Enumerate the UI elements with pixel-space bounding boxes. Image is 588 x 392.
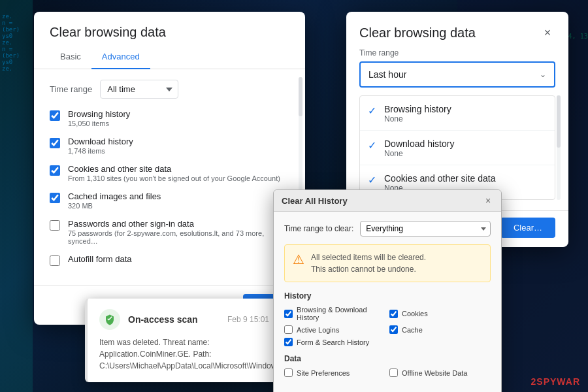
time-range-label: Time range <box>50 84 92 94</box>
ff-time-label: Time range to clear: <box>284 224 353 233</box>
ff-item-offline-data: Offline Website Data <box>389 368 491 377</box>
notification-card: On-access scan Feb 9 15:01 Item was dele… <box>85 299 281 382</box>
warning-icon: ⚠ <box>293 252 304 275</box>
checkbox-browsing-history: Browsing history 15,050 items <box>50 109 289 127</box>
tab-advanced[interactable]: Advanced <box>91 45 150 69</box>
watermark: 2SPYWAR <box>531 376 580 387</box>
ff-label-offline-data: Offline Website Data <box>402 369 467 377</box>
ff-checkbox-cookies[interactable] <box>389 310 398 318</box>
passwords-title: Passwords and other sign-in data <box>68 219 289 229</box>
ff-item-cache: Cache <box>389 325 491 334</box>
notif-date: Feb 9 15:01 <box>227 315 269 324</box>
download-history-title: Download history <box>68 137 133 146</box>
check-icon-browsing: ✓ <box>368 105 376 117</box>
ff-checkbox-cache[interactable] <box>389 325 398 334</box>
checkbox-cookies-input[interactable] <box>50 165 60 176</box>
cookies-sub: From 1,310 sites (you won't be signed ou… <box>68 174 280 182</box>
chevron-down-icon: ⌄ <box>540 70 546 79</box>
ff-item-browsing-download: Browsing & Download History <box>284 306 385 321</box>
cached-images-sub: 320 MB <box>68 202 161 210</box>
simple-dialog-title: Clear browsing data <box>359 25 476 41</box>
simple-dialog-content: Time range Last hour ⌄ ✓ Browsing histor… <box>346 41 568 210</box>
checkbox-browsing-history-input[interactable] <box>50 110 60 121</box>
cached-images-title: Cached images and files <box>68 191 161 201</box>
ff-item-site-prefs: Site Preferences <box>284 368 385 377</box>
ff-label-cookies: Cookies <box>402 310 428 318</box>
browsing-history-sub: 15,050 items <box>68 120 130 127</box>
ff-checkbox-active-logins[interactable] <box>284 325 293 334</box>
ff-history-section: History <box>284 291 491 301</box>
download-history-sub: 1,748 items <box>68 147 133 155</box>
checkbox-cookies: Cookies and other site data From 1,310 s… <box>50 164 289 182</box>
simple-clear-button[interactable]: Clear… <box>500 218 555 238</box>
ff-history-items: Browsing & Download History Cookies Acti… <box>284 306 491 346</box>
ff-dialog-header: Clear All History × <box>274 190 501 212</box>
notif-title: On-access scan <box>128 314 198 325</box>
autofill-title: Autofill form data <box>68 254 132 264</box>
simple-browsing-sub: None <box>384 114 451 123</box>
ff-checkbox-browsing-download[interactable] <box>284 310 293 318</box>
simple-scroll-track <box>557 95 561 200</box>
checkbox-autofill: Autofill form data <box>50 254 289 266</box>
ff-time-row: Time range to clear: Everything <box>284 221 491 237</box>
passwords-sub: 75 passwords (for 2-spyware.com, esoluti… <box>68 229 289 245</box>
ff-item-cookies: Cookies <box>389 306 491 321</box>
simple-items-list: ✓ Browsing history None ✓ Download histo… <box>359 95 555 200</box>
checkbox-passwords: Passwords and other sign-in data 75 pass… <box>50 219 289 245</box>
ff-time-select[interactable]: Everything <box>360 221 491 237</box>
scroll-area: ✓ Browsing history None ✓ Download histo… <box>359 95 555 200</box>
simple-cookies-title: Cookies and other site data <box>384 173 495 184</box>
ff-close-button[interactable]: × <box>483 195 493 206</box>
ff-label-cache: Cache <box>402 326 423 334</box>
ff-data-section: Data <box>284 354 491 363</box>
checkbox-autofill-input[interactable] <box>50 255 60 266</box>
checkbox-cached-images-input[interactable] <box>50 193 60 203</box>
check-icon-cookies: ✓ <box>368 174 376 186</box>
time-range-row: Time range All time <box>50 80 289 99</box>
simple-close-button[interactable]: × <box>540 25 555 41</box>
scroll-track <box>299 77 302 208</box>
tab-basic[interactable]: Basic <box>50 45 91 69</box>
ff-checkbox-form-search[interactable] <box>284 338 293 346</box>
bg-code-left: ze.n =(ber)ys0ze.n =(ber)ys0ze. <box>0 0 33 392</box>
checkbox-download-history-input[interactable] <box>50 138 60 148</box>
ff-warning-text: All selected items will be cleared. This… <box>311 252 426 275</box>
checkbox-cached-images: Cached images and files 320 MB <box>50 191 289 210</box>
firefox-clear-history-dialog: Clear All History × Time range to clear:… <box>273 189 502 392</box>
simple-time-label: Time range <box>359 48 555 57</box>
scroll-thumb[interactable] <box>299 77 302 116</box>
simple-time-value: Last hour <box>368 69 406 80</box>
checkbox-passwords-input[interactable] <box>50 220 60 231</box>
notif-body: Item was deleted. Threat name: Applicati… <box>99 336 269 372</box>
ff-dialog-title: Clear All History <box>282 196 348 206</box>
chrome-clear-data-dialog-main: Clear browsing data Basic Advanced Time … <box>34 12 305 325</box>
shield-icon <box>99 309 120 330</box>
simple-download-sub: None <box>384 149 454 158</box>
ff-label-site-prefs: Site Preferences <box>297 369 350 377</box>
simple-download-history-item: ✓ Download history None <box>360 131 555 165</box>
ff-checkbox-site-prefs[interactable] <box>284 368 293 377</box>
simple-download-title: Download history <box>384 139 454 149</box>
ff-warning-box: ⚠ All selected items will be cleared. Th… <box>284 244 491 282</box>
ff-checkbox-offline-data[interactable] <box>389 368 398 377</box>
notif-header: On-access scan Feb 9 15:01 <box>99 309 269 330</box>
simple-scroll-thumb[interactable] <box>557 95 561 148</box>
cookies-title: Cookies and other site data <box>68 164 280 174</box>
simple-browsing-history-item: ✓ Browsing history None <box>360 96 555 131</box>
browsing-history-title: Browsing history <box>68 109 130 119</box>
ff-dialog-content: Time range to clear: Everything ⚠ All se… <box>274 212 501 392</box>
check-icon-download: ✓ <box>368 139 376 152</box>
ff-data-items: Site Preferences Offline Website Data <box>284 368 491 377</box>
dialog-title: Clear browsing data <box>34 12 305 40</box>
ff-warning-line1: All selected items will be cleared. <box>311 252 426 263</box>
simple-dialog-header: Clear browsing data × <box>346 12 568 41</box>
dialog-content: Time range All time Browsing history 15,… <box>34 69 305 286</box>
time-range-select[interactable]: All time <box>100 80 178 99</box>
ff-item-active-logins: Active Logins <box>284 325 385 334</box>
ff-item-form-search: Form & Search History <box>284 338 385 346</box>
ff-label-browsing-download: Browsing & Download History <box>297 306 385 321</box>
ff-label-active-logins: Active Logins <box>297 326 339 334</box>
tabs: Basic Advanced <box>34 45 305 69</box>
ff-label-form-search: Form & Search History <box>297 338 369 346</box>
simple-time-select[interactable]: Last hour ⌄ <box>359 61 555 88</box>
